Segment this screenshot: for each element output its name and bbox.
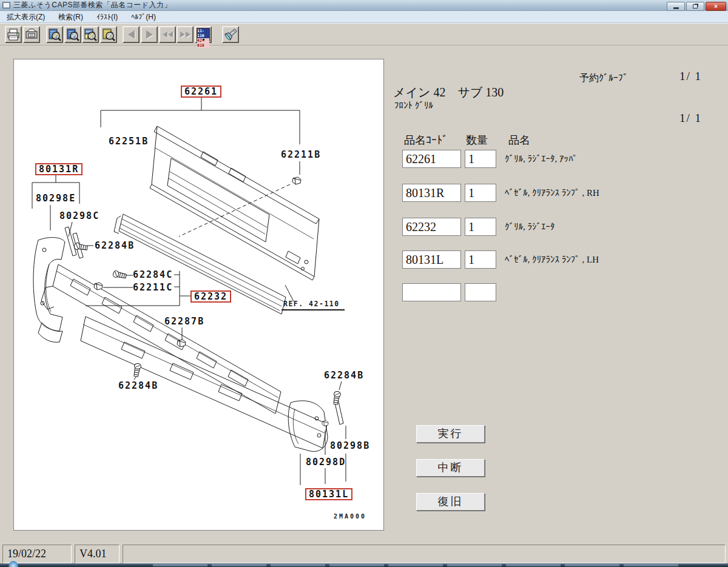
drawing-code: 2MA000 — [334, 513, 366, 520]
app-icon — [2, 2, 10, 8]
part-code-field[interactable]: 80131R — [402, 184, 461, 202]
part-code-field[interactable]: 62232 — [402, 218, 461, 236]
zoom-doc-icon-4 — [101, 27, 116, 42]
figure-number-top: 11-110 — [197, 29, 209, 38]
col-header-qty: 数量 — [466, 133, 488, 147]
part-code-field[interactable]: 80131L — [402, 250, 461, 269]
part-label-boxed[interactable]: 62261 — [181, 86, 221, 98]
last-page-icon — [180, 32, 190, 38]
page-indicator: 1/ 1 — [679, 112, 702, 125]
part-label[interactable]: 62284B — [95, 241, 135, 251]
taskbar-button[interactable] — [447, 564, 502, 566]
restore-icon — [693, 4, 698, 8]
part-label[interactable]: 80298E — [36, 193, 76, 204]
part-name-text: ﾍﾞｾﾞﾙ, ｸﾘｱﾗﾝｽ ﾗﾝﾌﾟ , LH — [505, 250, 599, 269]
ref-label[interactable]: REF. 42-110 — [281, 300, 345, 310]
zoom-mode-button-4[interactable] — [100, 26, 117, 43]
minimize-icon — [673, 7, 679, 9]
window-title: 三菱ふそうCAPS部番検索「品名コード入力」 — [13, 0, 172, 10]
part-name-text: ｸﾞﾘﾙ, ﾗｼﾞｴｰﾀ, ｱｯﾊﾟ — [505, 150, 578, 168]
part-label[interactable]: 62284B — [118, 381, 158, 391]
output-button[interactable] — [23, 26, 40, 43]
taskbar-button[interactable] — [153, 564, 207, 566]
taskbar-button[interactable] — [212, 564, 266, 566]
zoom-mode-button-3[interactable] — [82, 26, 99, 43]
first-page-button[interactable] — [159, 26, 176, 43]
status-message — [123, 545, 726, 563]
zoom-doc-icon-3 — [83, 27, 98, 42]
print-icon — [6, 27, 21, 42]
first-page-icon — [163, 32, 173, 38]
col-header-code: 品名ｺｰﾄﾞ — [404, 133, 448, 147]
restore-button[interactable] — [686, 2, 704, 11]
flashlight-icon — [223, 27, 238, 42]
prev-page-icon — [128, 30, 135, 39]
status-version: V4.01 — [75, 545, 120, 563]
part-code-field[interactable]: 62261 — [402, 150, 461, 168]
group-subtitle: ﾌﾛﾝﾄ ｸﾞﾘﾙ — [394, 101, 433, 111]
recover-button[interactable]: 復旧 — [416, 493, 485, 511]
main-sub-label: メイン 42 サブ 130 — [393, 84, 504, 101]
part-label[interactable]: 80298D — [306, 457, 346, 468]
part-label[interactable]: 62211C — [133, 283, 173, 293]
part-label-boxed[interactable]: 80131L — [305, 488, 352, 500]
quantity-field[interactable]: 1 — [465, 184, 496, 202]
quantity-field[interactable]: 1 — [465, 218, 496, 236]
zoom-doc-icon-1 — [47, 27, 62, 42]
next-page-icon — [146, 30, 153, 39]
prev-page-button[interactable] — [123, 26, 140, 43]
zoom-mode-button-1[interactable] — [46, 26, 63, 43]
part-label-boxed[interactable]: 62232 — [190, 290, 231, 303]
taskbar-button[interactable] — [329, 564, 384, 566]
part-label[interactable]: 62284C — [133, 270, 173, 280]
taskbar-button[interactable] — [624, 564, 678, 566]
taskbar-button[interactable] — [565, 564, 619, 566]
menu-item-search[interactable]: 検索(R) — [52, 11, 90, 23]
reserved-group-label: 予約ｸﾞﾙｰﾌﾟ — [579, 72, 628, 85]
close-icon: × — [714, 4, 718, 10]
part-name-text: ﾍﾞｾﾞﾙ, ｸﾘｱﾗﾝｽ ﾗﾝﾌﾟ , RH — [505, 184, 599, 202]
interrupt-button[interactable]: 中断 — [416, 459, 485, 477]
part-label[interactable]: 62211B — [281, 150, 321, 160]
toolbar: 11-110 42-010 — [0, 23, 728, 45]
part-label[interactable]: 62251B — [109, 136, 149, 147]
part-label-boxed[interactable]: 80131R — [35, 163, 83, 175]
zoom-mode-button-2[interactable] — [64, 26, 81, 43]
close-button[interactable]: × — [706, 2, 726, 11]
figure-number-display: 11-110 42-010 — [197, 28, 210, 41]
execute-button[interactable]: 実行 — [416, 425, 485, 443]
reserved-group-page: 1/ 1 — [679, 70, 702, 83]
taskbar-button[interactable] — [388, 564, 443, 566]
titlebar: 三菱ふそうCAPS部番検索「品名コード入力」 × — [0, 0, 728, 11]
menu-item-illustration[interactable]: ｲﾗｽﾄ(I) — [90, 11, 124, 23]
last-page-button[interactable] — [177, 26, 194, 43]
menubar: 拡大表示(Z) 検索(R) ｲﾗｽﾄ(I) ﾍﾙﾌﾟ(H) — [0, 11, 728, 23]
part-label[interactable]: 62287B — [164, 317, 204, 327]
part-label[interactable]: 80298B — [330, 441, 370, 451]
next-page-button[interactable] — [141, 26, 158, 43]
minimize-button[interactable] — [667, 2, 685, 11]
output-icon — [24, 27, 39, 42]
part-label[interactable]: 80298C — [59, 211, 99, 221]
col-header-name: 品名 — [508, 133, 530, 147]
taskbar-button[interactable] — [271, 564, 325, 566]
quantity-field[interactable] — [465, 283, 496, 301]
taskbar-button[interactable] — [506, 564, 561, 566]
print-button[interactable] — [5, 26, 22, 43]
menu-item-zoom[interactable]: 拡大表示(Z) — [0, 11, 52, 23]
part-code-field[interactable] — [402, 283, 461, 301]
quantity-field[interactable]: 1 — [465, 150, 496, 168]
diagram-panel: 6226180131R6223280131L62251B62211B80298E… — [13, 59, 384, 531]
taskbar[interactable] — [0, 563, 728, 567]
part-label[interactable]: 62284B — [324, 371, 364, 381]
figure-number-button[interactable]: 11-110 42-010 — [195, 26, 212, 43]
flashlight-button[interactable] — [222, 26, 239, 43]
zoom-doc-icon-2 — [66, 27, 80, 42]
part-name-text: ｸﾞﾘﾙ, ﾗｼﾞｴｰﾀ — [505, 218, 555, 236]
menu-item-help[interactable]: ﾍﾙﾌﾟ(H) — [124, 11, 163, 23]
quantity-field[interactable]: 1 — [465, 250, 496, 269]
